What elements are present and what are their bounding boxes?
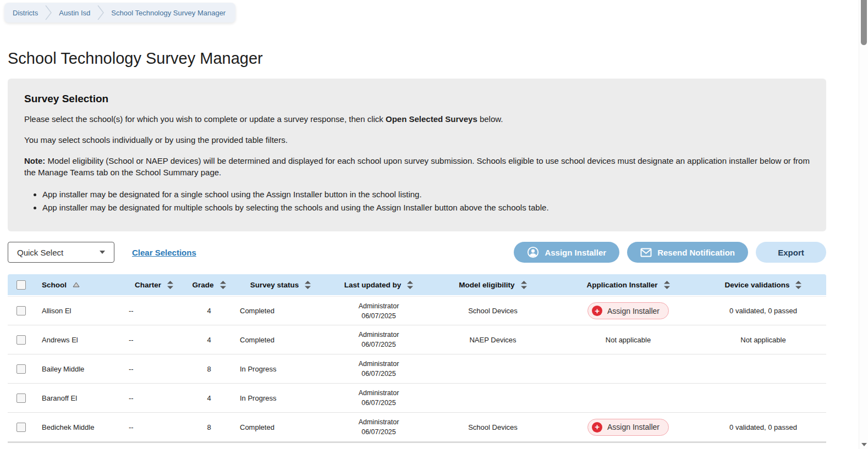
table-row: Baranoff El -- 4 In Progress Administrat… [8, 384, 826, 413]
table-row: Allison El -- 4 Completed Administrator … [8, 296, 826, 325]
bullet-item: App installer may be designated for mult… [42, 203, 810, 212]
column-header-device-validations[interactable]: Device validations [700, 281, 826, 289]
school-name-cell: Bailey Middle [34, 365, 123, 373]
survey-status-cell: In Progress [233, 394, 328, 402]
column-header-survey-status[interactable]: Survey status [233, 281, 328, 289]
page-title: School Technology Survey Manager [8, 49, 263, 68]
school-name-cell: Andrews El [34, 336, 123, 344]
grade-cell: 8 [185, 365, 233, 373]
last-updated-cell: Administrator 06/07/2025 [328, 388, 430, 408]
installer-cell: Not applicable [556, 336, 700, 344]
survey-status-cell: In Progress [233, 365, 328, 373]
column-header-application-installer[interactable]: Application Installer [556, 281, 700, 289]
last-updated-cell: Administrator 06/07/2025 [328, 301, 430, 321]
charter-cell: -- [123, 336, 185, 344]
device-validations-cell: 0 validated, 0 passed [700, 307, 826, 315]
school-name-cell: Bedichek Middle [34, 423, 123, 431]
row-checkbox[interactable] [17, 335, 26, 345]
sort-asc-icon [73, 282, 80, 287]
charter-cell: -- [123, 423, 185, 431]
bullet-item: App installer may be designated for a si… [42, 190, 810, 199]
sort-icon [305, 281, 311, 289]
plus-icon: + [592, 422, 602, 433]
charter-cell: -- [123, 307, 185, 315]
select-all-cell [8, 280, 34, 290]
table-row: Bedichek Middle -- 8 Completed Administr… [8, 413, 826, 442]
plus-icon: + [592, 306, 602, 316]
row-checkbox[interactable] [17, 364, 26, 374]
last-updated-cell: Administrator 06/07/2025 [328, 330, 430, 350]
device-validations-cell: Not applicable [700, 336, 826, 344]
breadcrumb-item-current[interactable]: School Technology Survey Manager [111, 9, 226, 17]
panel-instruction-2: You may select schools individually or b… [24, 134, 810, 146]
table-toolbar: Quick Select Clear Selections Assign Ins… [8, 242, 826, 263]
model-eligibility-cell: School Devices [430, 423, 556, 431]
panel-note: Note: Model eligibility (School or NAEP … [24, 155, 810, 179]
vertical-scrollbar[interactable] [859, 0, 868, 449]
row-checkbox[interactable] [17, 306, 26, 315]
chevron-down-icon [100, 251, 105, 254]
school-name-cell: Allison El [34, 307, 123, 315]
charter-cell: -- [123, 394, 185, 402]
column-header-last-updated[interactable]: Last updated by [328, 281, 430, 289]
panel-instruction-1: Please select the school(s) for which yo… [24, 113, 810, 125]
table-body: Allison El -- 4 Completed Administrator … [8, 296, 826, 442]
row-checkbox[interactable] [17, 393, 26, 403]
school-name-cell: Baranoff El [34, 394, 123, 402]
last-updated-cell: Administrator 06/07/2025 [328, 417, 430, 437]
installer-cell: +Assign Installer [556, 302, 700, 319]
column-header-model-eligibility[interactable]: Model eligibility [430, 281, 556, 289]
row-assign-installer-button[interactable]: +Assign Installer [587, 302, 669, 319]
last-updated-cell: Administrator 06/07/2025 [328, 359, 430, 379]
charter-cell: -- [123, 365, 185, 373]
installer-cell: +Assign Installer [556, 419, 700, 436]
chevron-right-icon [45, 4, 52, 21]
envelope-icon [640, 248, 652, 257]
scrollbar-down-arrow-icon[interactable] [861, 443, 867, 446]
panel-bullet-list: App installer may be designated for a si… [42, 190, 810, 212]
breadcrumb-item-district-name[interactable]: Austin Isd [59, 9, 90, 17]
device-validations-cell: 0 validated, 0 passed [700, 423, 826, 431]
panel-heading: Survey Selection [24, 93, 810, 105]
export-button[interactable]: Export [756, 242, 826, 263]
table-row: Andrews El -- 4 Completed Administrator … [8, 325, 826, 354]
table-row: Bailey Middle -- 8 In Progress Administr… [8, 354, 826, 384]
model-eligibility-cell: NAEP Devices [430, 336, 556, 344]
grade-cell: 4 [185, 394, 233, 402]
toolbar-actions: Assign Installer Resend Notification Exp… [514, 242, 826, 263]
breadcrumb: Districts Austin Isd School Technology S… [4, 3, 235, 23]
breadcrumb-item-districts[interactable]: Districts [13, 9, 38, 17]
column-header-school[interactable]: School [34, 281, 123, 289]
survey-selection-panel: Survey Selection Please select the schoo… [8, 79, 826, 231]
sort-icon [407, 281, 413, 289]
select-all-checkbox[interactable] [17, 280, 26, 290]
scrollbar-thumb[interactable] [861, 0, 867, 45]
sort-icon [220, 281, 226, 289]
row-checkbox[interactable] [17, 423, 26, 432]
grade-cell: 8 [185, 423, 233, 431]
column-header-grade[interactable]: Grade [185, 281, 233, 289]
sort-icon [521, 281, 527, 289]
quick-select-dropdown[interactable]: Quick Select [8, 242, 114, 263]
chevron-right-icon [97, 4, 105, 21]
clear-selections-link[interactable]: Clear Selections [132, 248, 196, 257]
survey-status-cell: Completed [233, 336, 328, 344]
row-assign-installer-button[interactable]: +Assign Installer [587, 419, 669, 436]
sort-icon [664, 281, 670, 289]
table-header-row: School Charter Grade Survey status Last … [8, 274, 826, 295]
sort-icon [795, 281, 801, 289]
sort-icon [167, 281, 173, 289]
resend-notification-button[interactable]: Resend Notification [627, 242, 748, 263]
survey-status-cell: Completed [233, 423, 328, 431]
grade-cell: 4 [185, 307, 233, 315]
assign-installer-button[interactable]: Assign Installer [514, 242, 619, 263]
survey-status-cell: Completed [233, 307, 328, 315]
model-eligibility-cell: School Devices [430, 307, 556, 315]
grade-cell: 4 [185, 336, 233, 344]
user-icon [527, 246, 539, 258]
quick-select-label: Quick Select [17, 248, 63, 257]
column-header-charter[interactable]: Charter [123, 281, 185, 289]
schools-table: School Charter Grade Survey status Last … [8, 274, 826, 443]
